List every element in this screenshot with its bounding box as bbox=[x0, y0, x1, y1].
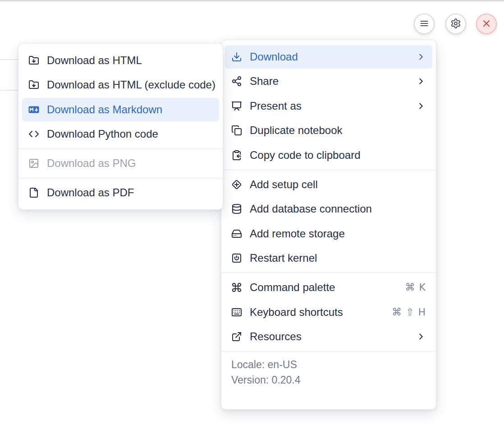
menu-item-label: Present as bbox=[250, 101, 302, 111]
folder-down-icon bbox=[28, 79, 39, 90]
menu-item-label: Download as PNG bbox=[47, 158, 136, 169]
keyboard-icon bbox=[231, 307, 242, 318]
menu-item-label: Download as Markdown bbox=[47, 104, 162, 115]
menu-item-label: Download bbox=[250, 51, 298, 62]
file-icon bbox=[28, 187, 39, 198]
duplicate-icon bbox=[231, 125, 242, 136]
window-top-border bbox=[0, 0, 504, 1]
hamburger-icon bbox=[419, 18, 430, 30]
locale-text: Locale: en-US bbox=[231, 357, 426, 372]
menu-item-label: Restart kernel bbox=[250, 253, 317, 264]
menu-divider bbox=[18, 148, 223, 149]
menu-item-download-as-html[interactable]: Download as HTML bbox=[22, 49, 219, 72]
menu-item-command-palette[interactable]: Command palette⌘ K bbox=[225, 276, 432, 299]
chevron-right-icon bbox=[416, 332, 426, 342]
square-power-icon bbox=[231, 253, 242, 264]
menu-item-share[interactable]: Share bbox=[225, 69, 432, 93]
menu-divider bbox=[18, 178, 223, 178]
menu-item-label: Add setup cell bbox=[250, 179, 318, 190]
menu-item-download-as-markdown[interactable]: Download as Markdown bbox=[22, 98, 219, 121]
version-text: Version: 0.20.4 bbox=[231, 372, 426, 388]
menu-item-label: Download Python code bbox=[47, 129, 158, 139]
menu-item-label: Download as HTML (exclude code) bbox=[47, 79, 215, 90]
menu-item-add-setup-cell[interactable]: Add setup cell bbox=[225, 173, 432, 196]
folder-down-icon bbox=[28, 55, 39, 66]
gear-icon bbox=[450, 18, 461, 30]
menu-item-add-database-connection[interactable]: Add database connection bbox=[225, 197, 432, 221]
menu-item-label: Resources bbox=[250, 331, 302, 342]
chevron-right-icon bbox=[416, 52, 426, 62]
share-icon bbox=[231, 76, 242, 87]
menu-divider bbox=[221, 170, 436, 170]
menu-item-download[interactable]: Download bbox=[225, 45, 432, 69]
menu-item-label: Download as HTML bbox=[47, 55, 142, 66]
menu-item-present-as[interactable]: Present as bbox=[225, 94, 432, 118]
menu-footer: Locale: en-US Version: 0.20.4 bbox=[225, 354, 432, 388]
background-cell-line bbox=[0, 59, 18, 60]
menu-item-label: Command palette bbox=[250, 282, 335, 293]
download-icon bbox=[231, 51, 242, 62]
close-icon bbox=[481, 18, 492, 30]
menu-item-shortcut: ⌘ ⇧ H bbox=[392, 307, 426, 317]
menu-item-duplicate-notebook[interactable]: Duplicate notebook bbox=[225, 119, 432, 142]
menu-item-label: Copy code to clipboard bbox=[250, 150, 360, 161]
command-icon bbox=[231, 282, 242, 293]
code-icon bbox=[28, 129, 39, 139]
hard-drive-icon bbox=[231, 228, 242, 239]
menu-item-label: Duplicate notebook bbox=[250, 125, 342, 136]
menu-item-shortcut: ⌘ K bbox=[405, 282, 426, 292]
menu-item-label: Download as PDF bbox=[47, 187, 134, 198]
menu-divider bbox=[221, 351, 436, 352]
download-submenu: Download as HTMLDownload as HTML (exclud… bbox=[18, 43, 223, 210]
shutdown-button[interactable] bbox=[476, 14, 497, 34]
menu-item-resources[interactable]: Resources bbox=[225, 325, 432, 348]
menu-item-restart-kernel[interactable]: Restart kernel bbox=[225, 246, 432, 270]
menu-item-download-as-pdf[interactable]: Download as PDF bbox=[22, 181, 219, 204]
chevron-right-icon bbox=[416, 76, 426, 86]
menu-item-copy-code-to-clipboard[interactable]: Copy code to clipboard bbox=[225, 143, 432, 167]
menu-item-label: Add database connection bbox=[250, 204, 372, 214]
markdown-icon bbox=[28, 104, 39, 115]
menu-item-download-as-png: Download as PNG bbox=[22, 152, 219, 175]
settings-button[interactable] bbox=[445, 14, 466, 34]
menu-item-label: Share bbox=[250, 76, 279, 87]
menu-item-label: Add remote storage bbox=[250, 228, 345, 239]
menu-divider bbox=[221, 273, 436, 273]
presentation-icon bbox=[231, 101, 242, 111]
external-link-icon bbox=[231, 331, 242, 342]
menu-item-download-python-code[interactable]: Download Python code bbox=[22, 122, 219, 146]
menu-item-download-as-html-exclude-code[interactable]: Download as HTML (exclude code) bbox=[22, 73, 219, 97]
notebook-actions-button[interactable] bbox=[414, 14, 435, 34]
diamond-plus-icon bbox=[231, 179, 242, 190]
notebook-menu: DownloadSharePresent asDuplicate noteboo… bbox=[221, 40, 436, 410]
clipboard-copy-icon bbox=[231, 150, 242, 161]
database-icon bbox=[231, 204, 242, 214]
chevron-right-icon bbox=[416, 101, 426, 111]
menu-item-keyboard-shortcuts[interactable]: Keyboard shortcuts⌘ ⇧ H bbox=[225, 301, 432, 324]
background-cell-line bbox=[0, 90, 18, 91]
menu-item-label: Keyboard shortcuts bbox=[250, 307, 343, 318]
menu-item-add-remote-storage[interactable]: Add remote storage bbox=[225, 222, 432, 245]
image-icon bbox=[28, 158, 39, 169]
